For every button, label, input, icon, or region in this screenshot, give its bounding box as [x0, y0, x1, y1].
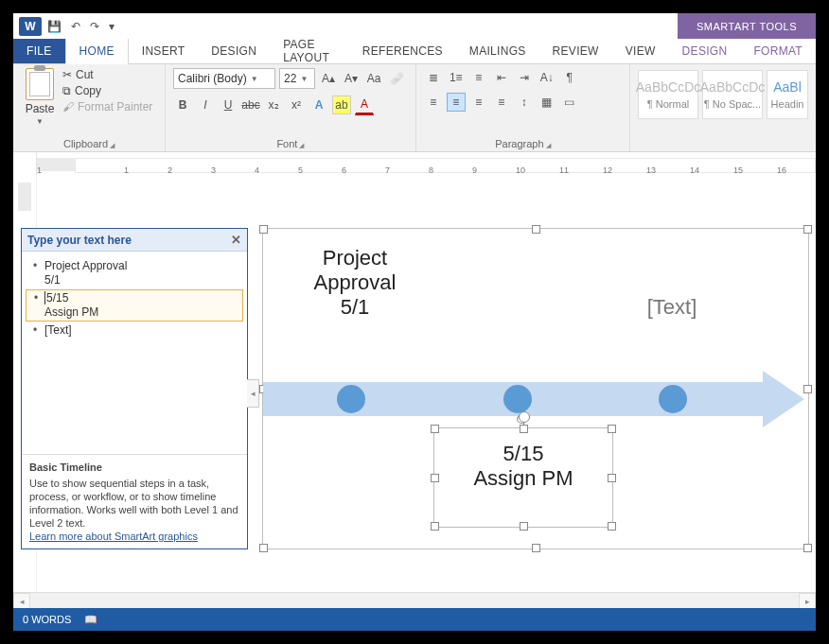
tab-smartart-format[interactable]: FORMAT [740, 39, 816, 63]
timeline-text-3-placeholder[interactable]: [Text] [615, 295, 729, 320]
rotate-handle[interactable] [519, 411, 530, 423]
selection-handle[interactable] [520, 522, 528, 531]
ruler-number: 1 [124, 165, 129, 175]
text-pane-item[interactable]: [Text] [26, 322, 243, 339]
tab-mailings[interactable]: MAILINGS [456, 39, 539, 63]
copy-button[interactable]: ⧉Copy [62, 84, 152, 97]
ruler-number: 17 [820, 165, 829, 175]
superscript-button[interactable]: x² [287, 96, 306, 114]
cut-button[interactable]: ✂Cut [62, 68, 152, 81]
horizontal-ruler[interactable]: 11234567891011121314151617 [13, 152, 816, 178]
font-name-combo[interactable]: Calibri (Body)▼ [173, 68, 275, 89]
style-heading1[interactable]: AaBlHeadin [767, 70, 808, 119]
selection-handle[interactable] [803, 544, 812, 552]
selection-handle[interactable] [608, 474, 616, 482]
subscript-button[interactable]: x₂ [264, 96, 283, 114]
shrink-font-button[interactable]: A▾ [342, 69, 361, 88]
borders-button[interactable]: ▭ [560, 93, 579, 112]
clear-formatting-button[interactable]: 🩹 [387, 69, 406, 88]
change-case-button[interactable]: Aa [364, 69, 383, 88]
show-marks-button[interactable]: ¶ [560, 68, 579, 87]
selection-handle[interactable] [532, 225, 540, 234]
tab-review[interactable]: REVIEW [539, 39, 612, 63]
scroll-left-button[interactable]: ◂ [13, 593, 30, 608]
bullets-button[interactable]: ≣ [424, 68, 443, 87]
align-left-button[interactable]: ≡ [424, 93, 443, 112]
underline-button[interactable]: U [219, 96, 238, 114]
undo-button[interactable]: ↶ [71, 20, 80, 33]
tab-file[interactable]: FILE [13, 39, 65, 63]
selection-handle[interactable] [431, 522, 439, 531]
redo-button[interactable]: ↷ [90, 20, 99, 33]
style-normal[interactable]: AaBbCcDc¶ Normal [638, 70, 698, 119]
selection-handle[interactable] [532, 544, 540, 552]
ruler-number: 14 [690, 165, 699, 175]
timeline-node-icon[interactable] [337, 385, 365, 413]
selection-handle[interactable] [608, 425, 616, 433]
document-area: Type your text here ✕ Project Approval5/… [13, 175, 816, 608]
text-pane-item[interactable]: 5/15Assign PM [26, 289, 243, 322]
selection-handle[interactable] [431, 425, 439, 433]
font-size-combo[interactable]: 22▼ [279, 68, 315, 89]
learn-more-link[interactable]: Learn more about SmartArt graphics [29, 531, 198, 542]
close-button[interactable]: ✕ [231, 233, 241, 247]
strikethrough-button[interactable]: abc [241, 96, 260, 114]
text-pane-item[interactable]: Project Approval5/1 [26, 257, 243, 289]
text-pane-list[interactable]: Project Approval5/15/15Assign PM[Text] [22, 252, 247, 454]
selection-handle[interactable] [803, 225, 812, 234]
timeline-text-2-selected[interactable]: 5/15 Assign PM [433, 427, 613, 528]
tab-home[interactable]: HOME [65, 38, 129, 64]
horizontal-scrollbar[interactable]: ◂ ▸ [13, 592, 816, 608]
tab-smartart-design[interactable]: DESIGN [669, 39, 741, 63]
decrease-indent-button[interactable]: ⇤ [492, 68, 511, 87]
quick-access-toolbar: 💾 ↶ ↷ ▾ [47, 20, 115, 33]
text-line: 5/15 [503, 442, 544, 465]
justify-button[interactable]: ≡ [492, 93, 511, 112]
group-label-font: Font [173, 136, 408, 149]
selection-handle[interactable] [259, 225, 268, 234]
increase-indent-button[interactable]: ⇥ [515, 68, 534, 87]
timeline-node-icon[interactable] [503, 385, 532, 413]
smartart-canvas[interactable]: Project Approval 5/1 [Text] 5/15 Assign … [262, 228, 809, 549]
selection-handle[interactable] [520, 425, 528, 433]
align-center-button[interactable]: ≡ [447, 93, 466, 112]
text-effects-button[interactable]: A [309, 96, 328, 114]
customize-qat-button[interactable]: ▾ [109, 20, 115, 33]
text-pane-toggle[interactable]: ◂ [247, 379, 259, 408]
line-spacing-button[interactable]: ↕ [515, 93, 534, 112]
sort-button[interactable]: A↓ [538, 68, 556, 87]
shading-button[interactable]: ▦ [538, 93, 556, 112]
highlight-button[interactable]: ab [332, 96, 351, 114]
proofing-icon[interactable]: 📖 [84, 614, 97, 626]
numbering-button[interactable]: 1≡ [447, 68, 466, 87]
grow-font-button[interactable]: A▴ [319, 69, 338, 88]
multilevel-list-button[interactable]: ≡ [469, 68, 488, 87]
style-no-spacing[interactable]: AaBbCcDc¶ No Spac... [702, 70, 763, 119]
font-color-button[interactable]: A [355, 95, 374, 115]
selection-handle[interactable] [608, 522, 616, 531]
chevron-down-icon: ▼ [36, 117, 44, 126]
tab-view[interactable]: VIEW [612, 39, 669, 63]
style-name: ¶ Normal [647, 98, 689, 110]
style-name: ¶ No Spac... [704, 98, 761, 110]
save-button[interactable]: 💾 [47, 20, 62, 33]
timeline-node-icon[interactable] [659, 385, 687, 413]
scroll-right-button[interactable]: ▸ [799, 593, 816, 608]
selection-handle[interactable] [431, 474, 439, 482]
timeline-text-1[interactable]: Project Approval 5/1 [293, 246, 416, 320]
paste-button[interactable]: Paste ▼ [21, 68, 59, 126]
bold-button[interactable]: B [173, 96, 192, 114]
group-paragraph: ≣ 1≡ ≡ ⇤ ⇥ A↓ ¶ ≡ ≡ ≡ ≡ ↕ ▦ ▭ [416, 64, 630, 151]
tab-page-layout[interactable]: PAGE LAYOUT [270, 39, 349, 63]
tab-references[interactable]: REFERENCES [349, 39, 456, 63]
text-line: Assign PM [473, 466, 573, 490]
word-count[interactable]: 0 WORDS [23, 614, 71, 625]
selection-handle[interactable] [259, 544, 268, 552]
ruler-number: 1 [37, 165, 42, 175]
tab-insert[interactable]: INSERT [129, 39, 199, 63]
tab-design[interactable]: DESIGN [198, 39, 270, 63]
group-label-paragraph: Paragraph [424, 136, 622, 149]
italic-button[interactable]: I [196, 96, 215, 114]
format-painter-button[interactable]: 🖌Format Painter [62, 100, 152, 113]
align-right-button[interactable]: ≡ [469, 93, 488, 112]
